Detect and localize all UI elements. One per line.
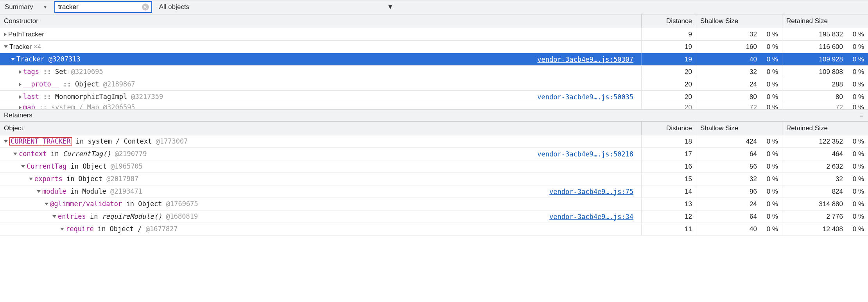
hamburger-icon[interactable]: ≡ xyxy=(860,111,864,119)
class-filter-input-wrap[interactable]: ✕ xyxy=(54,1,152,13)
source-link[interactable]: vendor-3acb4e9….js:50035 xyxy=(537,93,637,101)
view-mode-label: Summary xyxy=(5,3,33,11)
table-row[interactable]: map :: system / Map @320659520720 %720 % xyxy=(0,103,868,110)
tree-cell: last :: MonomorphicTagImpl @3217359vendo… xyxy=(0,91,641,103)
text-part: Tracker xyxy=(16,55,48,63)
text-part: in xyxy=(47,150,63,158)
disclosure-triangle-icon[interactable] xyxy=(21,165,25,168)
table-row[interactable]: last :: MonomorphicTagImpl @3217359vendo… xyxy=(0,91,868,103)
disclosure-triangle-icon[interactable] xyxy=(19,106,22,110)
tree-cell: @glimmer/validator in Object @1769675 xyxy=(0,198,641,210)
retained-size-cell: 8240 % xyxy=(782,185,868,198)
text-part: in xyxy=(86,212,102,220)
table-row[interactable]: entries in requireModule() @1680819vendo… xyxy=(0,210,868,223)
table-row[interactable]: exports in Object @201798715320 %320 % xyxy=(0,173,868,185)
source-link[interactable]: vendor-3acb4e9….js:50218 xyxy=(537,150,637,158)
table-row[interactable]: require in Object / @167782711400 %12 40… xyxy=(0,223,868,235)
retainers-title: Retainers xyxy=(4,111,32,119)
table-row[interactable]: Tracker @3207313vendor-3acb4e9….js:50307… xyxy=(0,53,868,66)
retained-size-cell: 122 3520 % xyxy=(782,135,868,147)
clear-filter-icon[interactable]: ✕ xyxy=(142,4,149,11)
text-part: entries xyxy=(58,212,86,220)
table-row[interactable]: __proto__ :: Object @218986720240 %2880 … xyxy=(0,78,868,91)
text-part: in Object / xyxy=(94,225,146,233)
col-constructor[interactable]: Constructor xyxy=(0,14,641,28)
retainers-table-header: Object Distance Shallow Size Retained Si… xyxy=(0,121,868,135)
shallow-size-cell: 800 % xyxy=(696,91,782,103)
tree-cell: require in Object / @1677827 xyxy=(0,223,641,235)
col-shallow[interactable]: Shallow Size xyxy=(696,14,782,28)
disclosure-triangle-icon[interactable] xyxy=(4,140,8,143)
text-part: @3206595 xyxy=(103,103,135,110)
heap-table-body: PathTracker9320 %195 8320 %Tracker ×4191… xyxy=(0,28,868,110)
row-name: map :: system / Map @3206595 xyxy=(23,103,135,110)
tree-cell: PathTracker xyxy=(0,28,641,40)
objects-filter-dropdown[interactable]: All objects ▼ xyxy=(155,2,398,13)
table-row[interactable]: CurrentTag in Object @196570516560 %2 63… xyxy=(0,160,868,173)
view-mode-dropdown[interactable]: Summary ▼ xyxy=(2,2,51,13)
shallow-size-cell: 400 % xyxy=(696,53,782,65)
retained-size-cell: 116 6000 % xyxy=(782,41,868,53)
tree-cell: CURRENT_TRACKER in system / Context @177… xyxy=(0,135,641,147)
chevron-down-icon: ▼ xyxy=(387,3,394,11)
row-name: entries in requireModule() @1680819 xyxy=(58,212,198,221)
distance-cell: 20 xyxy=(641,91,696,103)
disclosure-triangle-icon[interactable] xyxy=(19,95,22,99)
text-part: CurrentTag() xyxy=(63,150,111,158)
disclosure-triangle-icon[interactable] xyxy=(60,228,64,230)
distance-cell: 11 xyxy=(641,223,696,235)
text-part: @glimmer/validator xyxy=(50,200,122,208)
retainers-table-body: CURRENT_TRACKER in system / Context @177… xyxy=(0,135,868,235)
disclosure-triangle-icon[interactable] xyxy=(29,178,33,180)
table-row[interactable]: Tracker ×4191600 %116 6000 % xyxy=(0,41,868,53)
retained-size-cell: 720 % xyxy=(782,103,868,110)
distance-cell: 12 xyxy=(641,210,696,223)
text-part: __proto__ xyxy=(23,80,59,88)
retained-size-cell: 800 % xyxy=(782,91,868,103)
disclosure-triangle-icon[interactable] xyxy=(13,153,17,155)
disclosure-triangle-icon[interactable] xyxy=(37,190,41,193)
disclosure-triangle-icon[interactable] xyxy=(4,32,7,36)
disclosure-triangle-icon[interactable] xyxy=(52,215,56,218)
disclosure-triangle-icon[interactable] xyxy=(19,83,22,86)
disclosure-triangle-icon[interactable] xyxy=(19,70,22,74)
distance-cell: 20 xyxy=(641,103,696,110)
table-row[interactable]: PathTracker9320 %195 8320 % xyxy=(0,28,868,41)
retained-size-cell: 4640 % xyxy=(782,148,868,160)
table-row[interactable]: CURRENT_TRACKER in system / Context @177… xyxy=(0,135,868,148)
class-filter-input[interactable] xyxy=(57,3,142,11)
col-retained[interactable]: Retained Size xyxy=(782,122,868,135)
source-link[interactable]: vendor-3acb4e9….js:75 xyxy=(549,188,637,196)
col-distance[interactable]: Distance xyxy=(641,122,696,135)
row-name: last :: MonomorphicTagImpl @3217359 xyxy=(23,93,163,101)
table-row[interactable]: module in Module @2193471vendor-3acb4e9…… xyxy=(0,185,868,198)
source-link[interactable]: vendor-3acb4e9….js:34 xyxy=(549,213,637,221)
text-part: ×4 xyxy=(32,43,41,50)
tree-cell: Tracker @3207313vendor-3acb4e9….js:50307 xyxy=(0,53,641,65)
source-link[interactable]: vendor-3acb4e9….js:50307 xyxy=(537,56,637,63)
retained-size-cell: 2 6320 % xyxy=(782,160,868,173)
text-part: require xyxy=(66,225,94,233)
disclosure-triangle-icon[interactable] xyxy=(4,45,8,48)
distance-cell: 9 xyxy=(641,28,696,40)
distance-cell: 20 xyxy=(641,66,696,78)
disclosure-triangle-icon[interactable] xyxy=(45,203,48,205)
text-part: in Object xyxy=(63,175,107,183)
disclosure-triangle-icon[interactable] xyxy=(11,58,15,61)
col-retained[interactable]: Retained Size xyxy=(782,14,868,28)
distance-cell: 13 xyxy=(641,198,696,210)
tree-cell: entries in requireModule() @1680819vendo… xyxy=(0,210,641,223)
row-name: tags :: Set @3210695 xyxy=(23,68,103,76)
shallow-size-cell: 640 % xyxy=(696,210,782,223)
shallow-size-cell: 240 % xyxy=(696,78,782,90)
shallow-size-cell: 960 % xyxy=(696,185,782,198)
table-row[interactable]: tags :: Set @321069520320 %109 8080 % xyxy=(0,66,868,78)
col-distance[interactable]: Distance xyxy=(641,14,696,28)
text-part: @1769675 xyxy=(166,200,198,208)
tree-cell: Tracker ×4 xyxy=(0,41,641,53)
heap-toolbar: Summary ▼ ✕ All objects ▼ xyxy=(0,0,868,14)
col-object[interactable]: Object xyxy=(0,122,641,135)
col-shallow[interactable]: Shallow Size xyxy=(696,122,782,135)
table-row[interactable]: @glimmer/validator in Object @1769675132… xyxy=(0,198,868,210)
table-row[interactable]: context in CurrentTag() @2190779vendor-3… xyxy=(0,148,868,160)
